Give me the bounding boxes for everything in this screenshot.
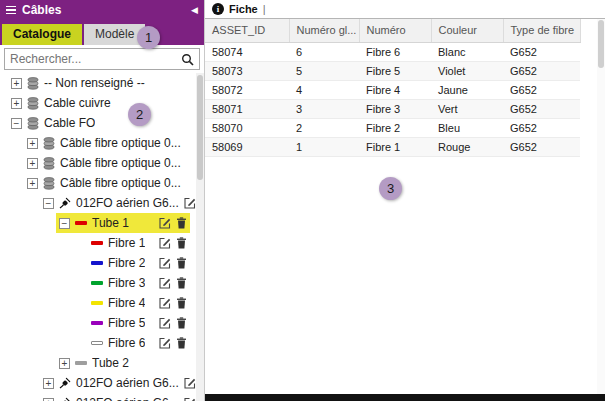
expand-icon[interactable]: + (59, 358, 70, 369)
tree-item-label: Tube 1 (92, 216, 129, 230)
sidebar-scrollbar-thumb[interactable] (197, 75, 203, 180)
expand-icon[interactable]: + (27, 178, 38, 189)
edit-button[interactable] (184, 197, 196, 209)
edit-button[interactable] (159, 257, 171, 269)
table-row[interactable]: 580713Fibre 3VertG652 (205, 99, 580, 118)
table-body: 580746Fibre 6BlancG652580735Fibre 5Viole… (205, 42, 580, 156)
tree-item-fibre-2[interactable]: Fibre 2 (0, 253, 204, 273)
tree-item-tube-2[interactable]: +Tube 2 (0, 353, 204, 373)
edit-button[interactable] (184, 397, 196, 401)
expand-icon[interactable]: + (27, 138, 38, 149)
cable-model-icon (59, 397, 71, 401)
edit-button[interactable] (184, 377, 196, 389)
tree-item-fibre-1[interactable]: Fibre 1 (0, 233, 204, 253)
detail-tabbar: i Fiche | (205, 0, 605, 19)
column-header-num-ro[interactable]: Numéro (359, 19, 431, 42)
sidebar-scrollbar[interactable] (196, 73, 204, 401)
table-cell: 58069 (205, 137, 289, 156)
tab-catalogue[interactable]: Catalogue (2, 24, 82, 45)
tree-item-fibre-4[interactable]: Fibre 4 (0, 293, 204, 313)
tree-item-label: Fibre 3 (108, 276, 145, 290)
expand-icon[interactable]: + (27, 158, 38, 169)
tree-item-label: Câble fibre optique 0... (60, 136, 181, 150)
tree-item-fibre-6[interactable]: Fibre 6 (0, 333, 204, 353)
table-scrollbar-thumb[interactable] (598, 20, 604, 68)
table-cell: G652 (503, 80, 580, 99)
tree-item-c-ble-fibre-optique-0[interactable]: +Câble fibre optique 0... (0, 133, 204, 153)
tree-item-cable-cuivre[interactable]: +Cable cuivre (0, 93, 204, 113)
column-header-num-ro-gl[interactable]: Numéro gl... (289, 19, 359, 42)
edit-button[interactable] (159, 237, 171, 249)
column-header-couleur[interactable]: Couleur (431, 19, 503, 42)
delete-button[interactable] (176, 277, 187, 289)
table-cell: Fibre 3 (359, 99, 431, 118)
table-cell: 58072 (205, 80, 289, 99)
annotation-bubble-1: 1 (137, 26, 160, 49)
table-row[interactable]: 580702Fibre 2BleuG652 (205, 118, 580, 137)
edit-button[interactable] (159, 337, 171, 349)
expand-icon[interactable]: + (43, 398, 54, 401)
tree-item-012fo-a-rien-g6[interactable]: +012FO aérien G6... (0, 393, 204, 401)
tree-item-non-renseign[interactable]: +-- Non renseigné -- (0, 73, 204, 93)
delete-button[interactable] (176, 317, 187, 329)
color-swatch-icon (91, 301, 103, 305)
edit-button[interactable] (159, 277, 171, 289)
table-cell: Fibre 5 (359, 61, 431, 80)
table-scrollbar[interactable] (597, 19, 605, 394)
delete-button[interactable] (176, 237, 187, 249)
expand-icon[interactable]: + (11, 98, 22, 109)
table-cell: Bleu (431, 118, 503, 137)
collapse-sidebar-icon[interactable]: ◀ (191, 5, 198, 15)
collapse-icon[interactable]: − (59, 218, 70, 229)
expand-icon[interactable]: + (11, 78, 22, 89)
table-row[interactable]: 580746Fibre 6BlancG652 (205, 42, 580, 61)
detail-panel: i Fiche | ASSET_IDNuméro gl...NuméroCoul… (205, 0, 605, 401)
cable-model-icon (59, 197, 71, 209)
delete-button[interactable] (176, 217, 187, 229)
tree-item-c-ble-fibre-optique-0[interactable]: +Câble fibre optique 0... (0, 173, 204, 193)
collapse-icon[interactable]: − (43, 198, 54, 209)
color-swatch-icon (91, 341, 103, 345)
color-swatch-icon (91, 241, 103, 245)
tree-item-tube-1[interactable]: −Tube 1 (0, 213, 204, 233)
tab-mod-le[interactable]: Modèle (84, 24, 145, 45)
tree-item-012fo-a-rien-g6[interactable]: −012FO aérien G6... (0, 193, 204, 213)
tree-item-label: Fibre 1 (108, 236, 145, 250)
table-cell: 58073 (205, 61, 289, 80)
tree-item-c-ble-fibre-optique-0[interactable]: +Câble fibre optique 0... (0, 153, 204, 173)
table-row[interactable]: 580691Fibre 1RougeG652 (205, 137, 580, 156)
tree-item-fibre-5[interactable]: Fibre 5 (0, 313, 204, 333)
column-header-asset-id[interactable]: ASSET_ID (205, 19, 289, 42)
color-swatch-icon (91, 321, 103, 325)
expand-icon[interactable]: + (43, 378, 54, 389)
tree-item-fibre-3[interactable]: Fibre 3 (0, 273, 204, 293)
edit-button[interactable] (159, 217, 171, 229)
tree-item-label: Fibre 2 (108, 256, 145, 270)
search-icon[interactable] (181, 53, 194, 66)
edit-button[interactable] (159, 297, 171, 309)
table-row[interactable]: 580735Fibre 5VioletG652 (205, 61, 580, 80)
collapse-icon[interactable]: − (11, 118, 22, 129)
app-window: Câbles ◀ CatalogueModèle +-- Non renseig… (0, 0, 605, 401)
tree-item-label: Fibre 4 (108, 296, 145, 310)
cable-category-icon (27, 117, 39, 130)
edit-button[interactable] (159, 317, 171, 329)
table-row[interactable]: 580724Fibre 4JauneG652 (205, 80, 580, 99)
search-input[interactable] (10, 52, 181, 66)
table-cell: 2 (289, 118, 359, 137)
table-cell: Fibre 1 (359, 137, 431, 156)
row-actions (159, 257, 187, 269)
tree-item-012fo-a-rien-g6[interactable]: +012FO aérien G6... (0, 373, 204, 393)
table-cell: Blanc (431, 42, 503, 61)
tab-fiche[interactable]: Fiche (229, 3, 258, 15)
row-actions (159, 217, 187, 229)
delete-button[interactable] (176, 297, 187, 309)
tree-item-label: Cable FO (44, 116, 95, 130)
annotation-bubble-2: 2 (128, 103, 151, 126)
column-header-type-de-fibre[interactable]: Type de fibre (503, 19, 580, 42)
delete-button[interactable] (176, 257, 187, 269)
tree-item-cable-fo[interactable]: −Cable FO (0, 113, 204, 133)
table-header-row: ASSET_IDNuméro gl...NuméroCouleurType de… (205, 19, 580, 42)
delete-button[interactable] (176, 337, 187, 349)
fiber-table: ASSET_IDNuméro gl...NuméroCouleurType de… (205, 19, 581, 157)
